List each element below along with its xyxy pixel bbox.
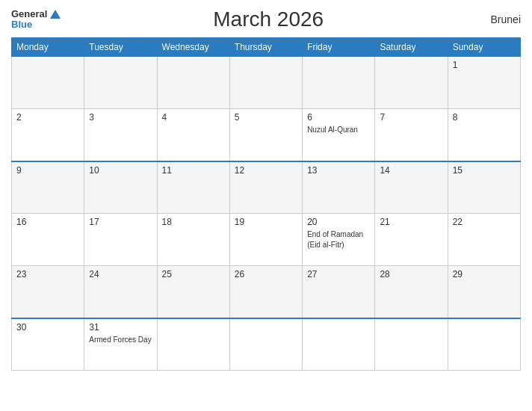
page-title: March 2026 xyxy=(61,7,476,31)
day-number: 6 xyxy=(307,112,370,123)
day-number: 11 xyxy=(162,165,225,176)
calendar-cell: 18 xyxy=(157,214,229,266)
logo-general-text: General xyxy=(11,9,47,19)
day-number: 10 xyxy=(89,165,152,176)
calendar-cell: 30 xyxy=(12,318,84,371)
calendar-week-row: 1 xyxy=(12,57,521,109)
day-number: 7 xyxy=(380,112,442,123)
calendar-cell: 11 xyxy=(157,161,229,214)
day-number: 4 xyxy=(162,112,225,123)
day-number: 29 xyxy=(453,269,516,279)
calendar-cell: 24 xyxy=(84,266,157,318)
header-monday: Monday xyxy=(12,38,84,57)
calendar-cell: 25 xyxy=(157,266,229,318)
day-number: 2 xyxy=(16,112,79,123)
calendar-cell xyxy=(157,318,229,371)
calendar-cell: 21 xyxy=(375,214,448,266)
calendar-cell: 3 xyxy=(84,109,157,161)
logo-triangle-icon xyxy=(50,10,61,19)
calendar-cell xyxy=(229,57,302,109)
day-number: 5 xyxy=(235,112,297,123)
calendar-cell: 17 xyxy=(84,214,157,266)
day-number: 31 xyxy=(89,322,152,333)
day-number: 18 xyxy=(162,217,225,227)
calendar-cell: 20End of Ramadan (Eid al-Fitr) xyxy=(303,214,375,266)
country-label: Brunei xyxy=(476,13,521,25)
calendar-cell xyxy=(375,318,448,371)
day-number: 13 xyxy=(307,165,370,176)
day-number: 15 xyxy=(453,165,516,176)
calendar-cell xyxy=(229,318,302,371)
calendar-cell: 16 xyxy=(12,214,84,266)
calendar-cell: 22 xyxy=(448,214,520,266)
calendar-cell: 2 xyxy=(12,109,84,161)
day-number: 21 xyxy=(380,217,442,227)
day-event: Armed Forces Day xyxy=(89,336,151,344)
calendar-page: General Blue March 2026 Brunei Monday Tu… xyxy=(0,0,532,411)
calendar-cell: 9 xyxy=(12,161,84,214)
calendar-cell xyxy=(84,57,157,109)
calendar-week-row: 1617181920End of Ramadan (Eid al-Fitr)21… xyxy=(12,214,521,266)
day-number: 28 xyxy=(380,269,442,279)
calendar-cell: 27 xyxy=(303,266,375,318)
day-number: 1 xyxy=(453,60,516,70)
day-number: 27 xyxy=(307,269,370,279)
calendar-cell: 13 xyxy=(303,161,375,214)
header-sunday: Sunday xyxy=(448,38,520,57)
day-number: 9 xyxy=(16,165,79,176)
calendar-cell: 10 xyxy=(84,161,157,214)
calendar-cell xyxy=(303,318,375,371)
day-number: 20 xyxy=(307,217,370,227)
calendar-cell: 5 xyxy=(229,109,302,161)
day-number: 26 xyxy=(235,269,297,279)
header-thursday: Thursday xyxy=(229,38,302,57)
day-number: 30 xyxy=(16,322,79,333)
calendar-cell: 15 xyxy=(448,161,520,214)
day-number: 12 xyxy=(235,165,297,176)
calendar-cell xyxy=(157,57,229,109)
calendar-week-row: 3031Armed Forces Day xyxy=(12,318,521,371)
day-number: 23 xyxy=(16,269,79,279)
calendar-cell: 29 xyxy=(448,266,520,318)
header-tuesday: Tuesday xyxy=(84,38,157,57)
day-number: 25 xyxy=(162,269,225,279)
calendar-week-row: 23242526272829 xyxy=(12,266,521,318)
calendar-week-row: 23456Nuzul Al-Quran78 xyxy=(12,109,521,161)
calendar-cell: 23 xyxy=(12,266,84,318)
weekday-header-row: Monday Tuesday Wednesday Thursday Friday… xyxy=(12,38,521,57)
calendar-cell: 6Nuzul Al-Quran xyxy=(303,109,375,161)
calendar-table: Monday Tuesday Wednesday Thursday Friday… xyxy=(11,37,521,371)
calendar-cell: 31Armed Forces Day xyxy=(84,318,157,371)
calendar-cell xyxy=(448,318,520,371)
day-number: 8 xyxy=(453,112,516,123)
calendar-cell: 14 xyxy=(375,161,448,214)
day-number: 19 xyxy=(235,217,297,227)
day-number: 3 xyxy=(89,112,152,123)
day-number: 16 xyxy=(16,217,79,227)
day-number: 24 xyxy=(89,269,152,279)
calendar-cell: 28 xyxy=(375,266,448,318)
calendar-cell: 8 xyxy=(448,109,520,161)
calendar-cell: 7 xyxy=(375,109,448,161)
calendar-cell: 12 xyxy=(229,161,302,214)
header-friday: Friday xyxy=(303,38,375,57)
page-header: General Blue March 2026 Brunei xyxy=(11,7,521,31)
calendar-cell xyxy=(303,57,375,109)
calendar-cell: 19 xyxy=(229,214,302,266)
logo-blue-text: Blue xyxy=(11,19,61,30)
calendar-week-row: 9101112131415 xyxy=(12,161,521,214)
calendar-cell xyxy=(375,57,448,109)
calendar-cell xyxy=(12,57,84,109)
generalblue-logo: General Blue xyxy=(11,9,61,31)
calendar-cell: 4 xyxy=(157,109,229,161)
header-saturday: Saturday xyxy=(375,38,448,57)
day-event: End of Ramadan (Eid al-Fitr) xyxy=(307,230,363,249)
day-number: 14 xyxy=(380,165,442,176)
calendar-cell: 1 xyxy=(448,57,520,109)
calendar-cell: 26 xyxy=(229,266,302,318)
day-number: 22 xyxy=(453,217,516,227)
day-number: 17 xyxy=(89,217,152,227)
day-event: Nuzul Al-Quran xyxy=(307,126,358,134)
header-wednesday: Wednesday xyxy=(157,38,229,57)
